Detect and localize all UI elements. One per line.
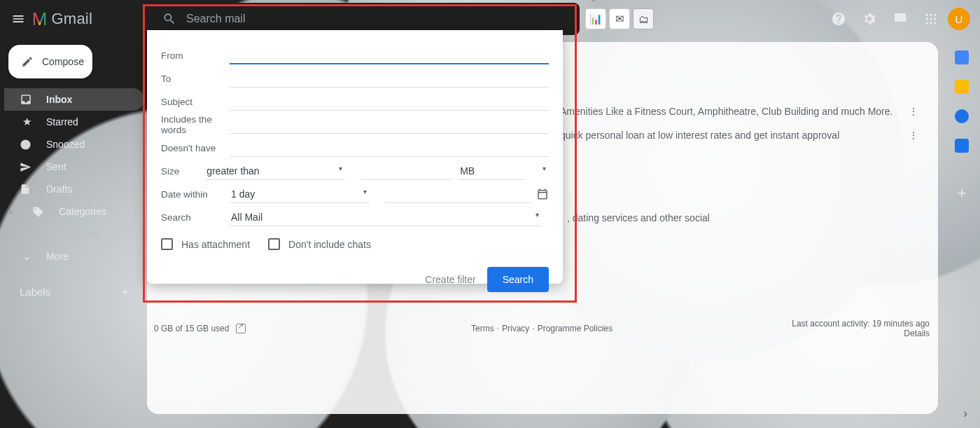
has-attachment-label: Has attachment [181,239,250,250]
search-in-select[interactable]: All Mail [230,208,542,226]
chevron-down-icon: ⌄ [20,250,34,263]
date-label: Date within [161,189,230,200]
search-options-panel: From To Subject Includes the words Doesn… [147,30,563,284]
calendar-icon[interactable] [955,50,969,64]
no-chats-checkbox[interactable]: Don't include chats [268,238,371,250]
compose-button[interactable]: Compose [8,45,92,78]
svg-point-8 [934,22,936,24]
has-attachment-checkbox[interactable]: Has attachment [161,238,250,250]
checkbox-icon [268,238,280,250]
doesnt-have-input[interactable] [230,139,549,157]
file-icon [20,184,34,195]
from-input[interactable] [230,46,549,64]
settings-icon[interactable] [855,5,883,33]
sidebar-item-snoozed[interactable]: Snoozed [4,133,144,156]
contacts-icon[interactable] [955,139,969,153]
inbox-icon [20,93,34,106]
sidebar-item-sent[interactable]: Sent [4,156,144,178]
date-range-select[interactable]: 1 day [230,185,370,203]
star-icon: ★ [20,116,34,128]
svg-point-3 [926,18,928,20]
terms-link[interactable]: Terms [471,324,494,333]
mail-row-fragment-1[interactable]: Amenities Like a Fitness Court, Amphithe… [560,101,924,122]
keep-icon[interactable] [955,80,969,94]
policies-link[interactable]: Programme Policies [538,324,612,333]
chevron-right-icon: ▸ [10,208,20,216]
account-avatar[interactable]: U [948,8,970,30]
info-icon: ⓘ [38,228,52,241]
open-external-icon[interactable] [236,324,246,333]
sidebar-item-label: Snoozed [46,139,85,150]
gmail-logo[interactable]: M Gmail [32,8,92,30]
mail-row-fragment-2[interactable]: quick personal loan at low interest rate… [560,125,924,146]
add-label-icon[interactable]: ＋ [119,283,132,300]
search-icon[interactable] [162,12,176,26]
row-more-icon[interactable]: ⋮ [903,106,924,117]
tasks-icon[interactable] [955,109,969,123]
date-input[interactable] [385,185,531,203]
tag-icon [32,206,46,218]
svg-point-7 [930,22,932,24]
svg-point-0 [926,14,928,16]
to-input[interactable] [230,69,549,88]
subject-input[interactable] [230,92,549,111]
sidebar-item-more[interactable]: ⌄ More [4,245,144,268]
activity-text: Last account activity: 19 minutes ago [792,319,930,329]
sidebar-item-label: Starred [46,116,78,127]
sidebar-item-drafts[interactable]: Drafts [4,178,144,200]
includes-words-input[interactable] [230,116,549,134]
side-panel: ＋ [944,42,980,203]
details-link[interactable]: Details [904,329,930,338]
storage-text: 0 GB of 15 GB used [154,324,246,334]
chat-status-icon[interactable] [886,5,914,33]
add-addon-icon[interactable]: ＋ [954,182,969,203]
size-label: Size [161,166,205,177]
search-input[interactable] [186,13,570,25]
from-label: From [161,50,230,61]
help-icon[interactable] [825,5,853,33]
create-filter-button[interactable]: Create filter [425,274,475,285]
sidebar: Compose Inbox ★ Starred Snoozed Sent Dra… [4,42,144,304]
row-more-icon[interactable]: ⋮ [903,130,924,141]
no-chats-label: Don't include chats [288,239,371,250]
calendar-picker-icon[interactable] [536,188,549,200]
extension-icon-2[interactable]: ✉ [609,8,630,29]
header-right: 📊 ✉ 🗂 U [585,5,970,33]
extension-icon-3[interactable]: 🗂 [633,8,654,29]
svg-point-5 [934,18,936,20]
footer: 0 GB of 15 GB used Terms · Privacy · Pro… [154,313,930,344]
sidebar-item-starred[interactable]: ★ Starred [4,111,144,133]
extension-icon-1[interactable]: 📊 [585,8,606,29]
pencil-icon [21,55,34,68]
size-value-input[interactable] [360,162,451,180]
privacy-link[interactable]: Privacy [502,324,529,333]
footer-right: Last account activity: 19 minutes ago De… [792,319,930,338]
mail-snippet: quick personal loan at low interest rate… [560,130,839,141]
sidebar-item-label: Sent [46,161,66,172]
search-in-label: Search [161,212,230,223]
gmail-logo-text: Gmail [52,10,92,28]
main-menu-icon[interactable] [10,5,27,33]
collapse-panel-icon[interactable]: › [963,406,967,421]
apps-grid-icon[interactable] [917,5,945,33]
compose-label: Compose [42,56,84,67]
sidebar-item-label: Categories [59,206,106,217]
svg-point-6 [926,22,928,24]
doesnt-have-label: Doesn't have [161,143,230,153]
search-button[interactable]: Search [487,267,549,292]
sidebar-item-label: More [46,251,69,262]
sidebar-item-label: Drafts [46,184,72,195]
footer-links: Terms · Privacy · Programme Policies [471,324,612,333]
includes-label: Includes the words [161,114,230,135]
sidebar-item-label: Inbox [46,94,72,105]
sidebar-item-updates[interactable]: ⓘ Updates [4,223,144,245]
sidebar-item-inbox[interactable]: Inbox [4,88,144,111]
svg-point-1 [930,14,932,16]
size-operator-select[interactable]: greater than [205,162,345,180]
labels-title: Labels [20,286,50,298]
to-label: To [161,74,230,84]
labels-header: Labels ＋ [4,268,144,304]
sidebar-item-categories[interactable]: ▸ Categories [4,200,144,223]
size-unit-select[interactable]: MB [458,162,524,180]
gmail-m-icon: M [32,8,48,30]
